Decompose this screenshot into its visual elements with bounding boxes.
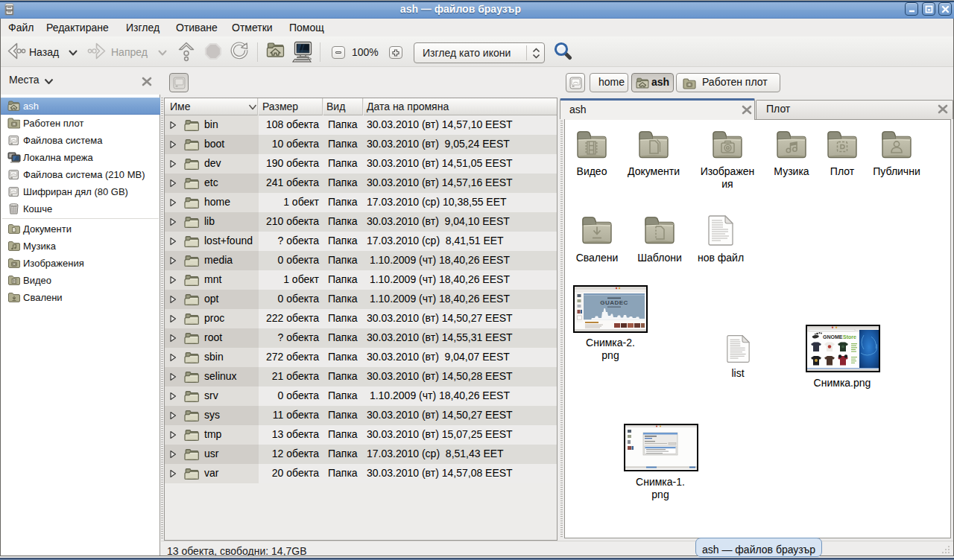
svg-text:GNOME: GNOME <box>823 334 843 340</box>
svg-text:GUADEC: GUADEC <box>600 299 628 306</box>
svg-text:Store: Store <box>843 334 856 340</box>
